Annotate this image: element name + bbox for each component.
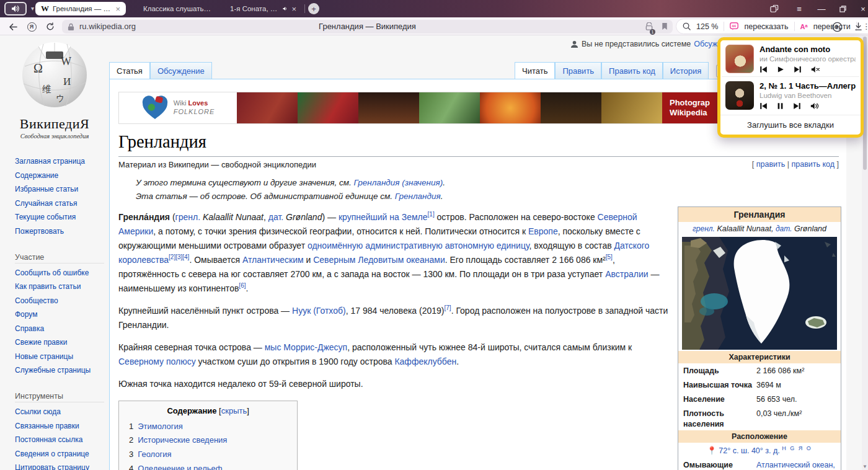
greenland-satellite-map[interactable] xyxy=(682,237,837,350)
sidebar-item[interactable]: Случайная статья xyxy=(15,198,104,209)
retell-icon: 44 xyxy=(730,22,738,30)
sidebar-item[interactable]: Связанные правки xyxy=(15,420,104,432)
sidebar-item[interactable]: Служебные страницы xyxy=(15,365,104,376)
hatnote: У этого термина существуют и другие знач… xyxy=(136,177,839,189)
tab-read[interactable]: Читать xyxy=(515,62,555,79)
tab-sonata[interactable]: 1-я Соната, Фа Мин × xyxy=(224,2,302,16)
zoom-level[interactable]: 125 % xyxy=(696,22,718,31)
track-subtitle: Ludwig van Beethoven xyxy=(760,92,856,99)
sidebar-item[interactable]: Сообщить об ошибке xyxy=(15,267,104,278)
sidebar-item[interactable]: Постоянная ссылка xyxy=(15,434,104,445)
ocean-link[interactable]: Атлантический океан, xyxy=(756,460,835,470)
toc-item[interactable]: 4Оледенение и рельеф xyxy=(129,462,287,470)
track-title: 2, № 1. 1 Часть—Аллегро (Re xyxy=(760,81,856,91)
minimize-button[interactable]: — xyxy=(812,0,831,17)
svg-text:Ω: Ω xyxy=(33,61,43,75)
new-tab-button[interactable]: + xyxy=(308,3,319,14)
pause-icon[interactable] xyxy=(777,102,784,110)
personal-bar: Вы не представились системе Обсуждение xyxy=(570,40,739,48)
mute-all-tabs-button[interactable]: Заглушить все вкладки xyxy=(720,115,861,133)
tab-edit-source[interactable]: Править код xyxy=(601,62,663,79)
previous-track-icon[interactable] xyxy=(760,66,768,73)
yandex-home-button[interactable]: Я xyxy=(25,20,38,33)
tab-history[interactable]: История xyxy=(663,62,709,79)
infobox-coordinates[interactable]: 📍 72° с. ш. 40° з. д. H G Я O xyxy=(678,443,841,458)
edit-links[interactable]: [ править | править код ] xyxy=(752,160,839,169)
geohack-links[interactable]: H G Я O xyxy=(782,445,812,451)
bookmark-icon[interactable] xyxy=(662,22,668,33)
sidebar-item[interactable]: Сведения о странице xyxy=(15,448,104,459)
toc-item[interactable]: 1Этимология xyxy=(129,420,287,434)
sidebar-item[interactable]: Как править статьи xyxy=(15,281,104,292)
address-bar[interactable]: ru.wikipedia.org Гренландия — Википедия … xyxy=(62,20,673,33)
reload-button[interactable] xyxy=(43,20,57,33)
next-track-icon[interactable] xyxy=(794,66,802,73)
infobox-row: Омывающие Атлантический океан, xyxy=(678,458,841,470)
menu-icon[interactable]: ≡ xyxy=(790,0,808,17)
tab-classic-music[interactable]: Классика слушать онлайн xyxy=(138,2,217,16)
previous-track-icon[interactable] xyxy=(760,102,768,110)
sidebar-item[interactable]: Цитировать страницу xyxy=(15,462,104,470)
toc-hide-link[interactable]: [скрыть] xyxy=(219,406,249,415)
scroll-down-arrow[interactable]: ▼ xyxy=(862,464,868,469)
speaker-icon xyxy=(11,5,20,12)
close-icon[interactable]: × xyxy=(291,5,296,13)
infobox-native-name: гренл. Kalaallit Nunaat, дат. Grønland xyxy=(678,222,841,236)
sidebar-item[interactable]: Новые страницы xyxy=(15,351,104,362)
listen-page-button[interactable] xyxy=(830,20,844,33)
wiki-wordmark[interactable]: ВикипедиЯ xyxy=(0,116,109,132)
heart-puzzle-icon xyxy=(141,95,169,120)
login-status: Вы не представились системе xyxy=(582,40,691,48)
sidebar-item[interactable]: Ссылки сюда xyxy=(15,406,104,417)
toc-item[interactable]: 3Геология xyxy=(129,448,287,462)
infobox-row: Плотность населения0,03 чел./км² xyxy=(678,406,841,431)
sidebar-item[interactable]: Избранные статьи xyxy=(15,184,104,195)
sidebar-section-title: Участие xyxy=(15,253,104,264)
sidebar-item[interactable]: Форум xyxy=(15,309,104,320)
sidebar-item[interactable]: Пожертвовать xyxy=(15,226,104,237)
sidebar-item[interactable]: Текущие события xyxy=(15,211,104,223)
tab-discussion[interactable]: Обсуждение xyxy=(150,62,212,79)
namespace-tabs: Статья Обсуждение xyxy=(109,62,212,79)
back-button[interactable] xyxy=(6,20,20,33)
retell-button[interactable]: пересказать xyxy=(744,22,788,31)
chevron-down-icon[interactable]: ▾ xyxy=(31,5,34,12)
translate-icon: Aᵃ xyxy=(800,23,808,30)
toc-item[interactable]: 2Исторические сведения xyxy=(129,433,287,448)
wikipedia-favicon: W xyxy=(41,4,49,14)
wikipedia-globe-logo[interactable]: Ω W И 维 ウ xyxy=(20,40,89,115)
play-icon[interactable] xyxy=(777,66,784,73)
infobox-section-location: Расположение xyxy=(678,430,841,443)
muted-speaker-icon[interactable] xyxy=(811,66,820,73)
wiki-sidebar: Ω W И 维 ウ ВикипедиЯ Свободная энциклопед… xyxy=(0,35,109,470)
tab-article[interactable]: Статья xyxy=(109,62,150,79)
sidebar-item[interactable]: Содержание xyxy=(15,170,104,181)
next-track-icon[interactable] xyxy=(793,102,801,110)
browser-tab-bar: ▾ W Гренландия — Википе × Классика слуша… xyxy=(0,0,868,17)
close-window-button[interactable]: × xyxy=(854,0,868,17)
tab-separator xyxy=(304,4,305,13)
infobox-section-characteristics: Характеристики xyxy=(678,351,841,363)
paragraph: Гренла́ндия (гренл. Kalaallit Nunaat, да… xyxy=(118,210,669,296)
sidebar-item[interactable]: Заглавная страница xyxy=(15,156,104,167)
protect-icon[interactable]: 1 xyxy=(645,22,653,33)
banner-photo xyxy=(419,92,480,123)
sidebar-item[interactable]: Справка xyxy=(15,323,104,334)
zoom-icon[interactable] xyxy=(683,22,691,30)
panels-icon[interactable] xyxy=(765,0,784,17)
speaker-icon[interactable] xyxy=(810,102,820,110)
toc-title: Содержание xyxy=(167,406,216,415)
restore-button[interactable] xyxy=(833,0,852,17)
download-icon[interactable] xyxy=(851,20,866,33)
sidebar-tools: Инструменты Ссылки сюдаСвязанные правкиП… xyxy=(0,392,109,470)
tab-edit[interactable]: Править xyxy=(555,62,601,79)
sidebar-item[interactable]: Сообщество xyxy=(15,295,104,306)
banner-photo xyxy=(358,92,419,123)
close-icon[interactable]: × xyxy=(115,5,120,13)
tab-wikipedia[interactable]: W Гренландия — Википе × xyxy=(35,2,126,16)
tab-sound-button[interactable] xyxy=(4,2,27,16)
sidebar-item[interactable]: Свежие правки xyxy=(15,337,104,348)
sidebar-participation: Участие Сообщить об ошибкеКак править ст… xyxy=(0,253,109,376)
infobox-row: Площадь2 166 086 км² xyxy=(678,363,841,378)
infobox-row: Население56 653 чел. xyxy=(678,392,841,406)
